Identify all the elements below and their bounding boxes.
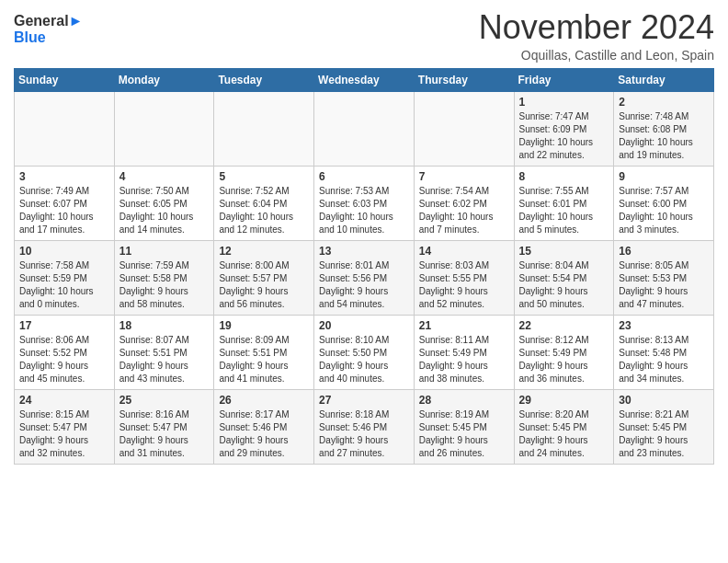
- day-info: Sunrise: 8:21 AM Sunset: 5:45 PM Dayligh…: [619, 408, 709, 460]
- header-sunday: Sunday: [15, 68, 115, 91]
- location-subtitle: Oquillas, Castille and Leon, Spain: [479, 48, 714, 63]
- calendar-week-row: 3Sunrise: 7:49 AM Sunset: 6:07 PM Daylig…: [15, 166, 714, 240]
- calendar-cell: [214, 91, 314, 166]
- day-info: Sunrise: 7:50 AM Sunset: 6:05 PM Dayligh…: [119, 185, 210, 236]
- calendar-cell: 26Sunrise: 8:17 AM Sunset: 5:46 PM Dayli…: [214, 389, 314, 464]
- day-number: 29: [519, 394, 609, 407]
- day-number: 4: [119, 170, 210, 183]
- calendar-cell: 11Sunrise: 7:59 AM Sunset: 5:58 PM Dayli…: [114, 240, 214, 315]
- day-number: 17: [19, 319, 109, 332]
- logo: General► Blue: [14, 13, 83, 45]
- day-number: 1: [519, 96, 609, 109]
- day-info: Sunrise: 8:16 AM Sunset: 5:47 PM Dayligh…: [119, 408, 210, 460]
- calendar-page: General► Blue November 2024 Oquillas, Ca…: [0, 0, 728, 478]
- day-info: Sunrise: 8:13 AM Sunset: 5:48 PM Dayligh…: [619, 334, 709, 385]
- calendar-cell: 20Sunrise: 8:10 AM Sunset: 5:50 PM Dayli…: [314, 315, 415, 389]
- day-number: 15: [519, 245, 609, 258]
- day-number: 16: [619, 245, 709, 258]
- day-info: Sunrise: 8:07 AM Sunset: 5:51 PM Dayligh…: [119, 334, 210, 385]
- calendar-table: Sunday Monday Tuesday Wednesday Thursday…: [14, 68, 714, 465]
- calendar-cell: 23Sunrise: 8:13 AM Sunset: 5:48 PM Dayli…: [614, 315, 714, 389]
- day-number: 25: [119, 394, 210, 407]
- calendar-cell: [414, 91, 514, 166]
- calendar-cell: 18Sunrise: 8:07 AM Sunset: 5:51 PM Dayli…: [114, 315, 214, 389]
- header-tuesday: Tuesday: [214, 68, 314, 91]
- day-info: Sunrise: 7:52 AM Sunset: 6:04 PM Dayligh…: [219, 185, 309, 236]
- calendar-cell: 21Sunrise: 8:11 AM Sunset: 5:49 PM Dayli…: [414, 315, 514, 389]
- header-thursday: Thursday: [414, 68, 514, 91]
- calendar-cell: 8Sunrise: 7:55 AM Sunset: 6:01 PM Daylig…: [514, 166, 614, 240]
- day-info: Sunrise: 7:55 AM Sunset: 6:01 PM Dayligh…: [519, 185, 609, 236]
- day-info: Sunrise: 8:01 AM Sunset: 5:56 PM Dayligh…: [319, 259, 409, 311]
- day-info: Sunrise: 8:10 AM Sunset: 5:50 PM Dayligh…: [319, 334, 409, 385]
- day-info: Sunrise: 8:19 AM Sunset: 5:45 PM Dayligh…: [419, 408, 509, 460]
- calendar-cell: 3Sunrise: 7:49 AM Sunset: 6:07 PM Daylig…: [15, 166, 115, 240]
- calendar-cell: 13Sunrise: 8:01 AM Sunset: 5:56 PM Dayli…: [314, 240, 415, 315]
- day-info: Sunrise: 7:58 AM Sunset: 5:59 PM Dayligh…: [19, 259, 109, 311]
- calendar-cell: 4Sunrise: 7:50 AM Sunset: 6:05 PM Daylig…: [114, 166, 214, 240]
- calendar-week-row: 24Sunrise: 8:15 AM Sunset: 5:47 PM Dayli…: [15, 389, 714, 464]
- day-number: 26: [219, 394, 309, 407]
- day-number: 27: [319, 394, 409, 407]
- day-number: 28: [419, 394, 509, 407]
- day-info: Sunrise: 7:54 AM Sunset: 6:02 PM Dayligh…: [419, 185, 509, 236]
- day-number: 13: [319, 245, 409, 258]
- calendar-cell: 9Sunrise: 7:57 AM Sunset: 6:00 PM Daylig…: [614, 166, 714, 240]
- calendar-cell: 6Sunrise: 7:53 AM Sunset: 6:03 PM Daylig…: [314, 166, 415, 240]
- day-info: Sunrise: 8:00 AM Sunset: 5:57 PM Dayligh…: [219, 259, 309, 311]
- header: General► Blue November 2024 Oquillas, Ca…: [14, 9, 714, 63]
- day-info: Sunrise: 7:47 AM Sunset: 6:09 PM Dayligh…: [519, 110, 609, 162]
- day-number: 21: [419, 319, 509, 332]
- day-info: Sunrise: 7:59 AM Sunset: 5:58 PM Dayligh…: [119, 259, 210, 311]
- day-info: Sunrise: 8:18 AM Sunset: 5:46 PM Dayligh…: [319, 408, 409, 460]
- day-number: 7: [419, 170, 509, 183]
- calendar-cell: 14Sunrise: 8:03 AM Sunset: 5:55 PM Dayli…: [414, 240, 514, 315]
- day-number: 10: [19, 245, 109, 258]
- calendar-cell: [314, 91, 415, 166]
- day-number: 6: [319, 170, 409, 183]
- calendar-cell: 7Sunrise: 7:54 AM Sunset: 6:02 PM Daylig…: [414, 166, 514, 240]
- calendar-cell: 5Sunrise: 7:52 AM Sunset: 6:04 PM Daylig…: [214, 166, 314, 240]
- day-number: 11: [119, 245, 210, 258]
- calendar-cell: 29Sunrise: 8:20 AM Sunset: 5:45 PM Dayli…: [514, 389, 614, 464]
- calendar-cell: 19Sunrise: 8:09 AM Sunset: 5:51 PM Dayli…: [214, 315, 314, 389]
- header-saturday: Saturday: [614, 68, 714, 91]
- day-number: 24: [19, 394, 109, 407]
- calendar-week-row: 17Sunrise: 8:06 AM Sunset: 5:52 PM Dayli…: [15, 315, 714, 389]
- day-number: 9: [619, 170, 709, 183]
- day-info: Sunrise: 8:15 AM Sunset: 5:47 PM Dayligh…: [19, 408, 109, 460]
- day-info: Sunrise: 8:04 AM Sunset: 5:54 PM Dayligh…: [519, 259, 609, 311]
- calendar-week-row: 1Sunrise: 7:47 AM Sunset: 6:09 PM Daylig…: [15, 91, 714, 166]
- day-number: 20: [319, 319, 409, 332]
- logo-line1: General►: [14, 13, 83, 29]
- calendar-cell: [15, 91, 115, 166]
- day-number: 23: [619, 319, 709, 332]
- day-number: 18: [119, 319, 210, 332]
- calendar-cell: 25Sunrise: 8:16 AM Sunset: 5:47 PM Dayli…: [114, 389, 214, 464]
- day-info: Sunrise: 8:06 AM Sunset: 5:52 PM Dayligh…: [19, 334, 109, 385]
- calendar-cell: 28Sunrise: 8:19 AM Sunset: 5:45 PM Dayli…: [414, 389, 514, 464]
- logo-line2: Blue: [14, 29, 83, 46]
- calendar-week-row: 10Sunrise: 7:58 AM Sunset: 5:59 PM Dayli…: [15, 240, 714, 315]
- calendar-cell: 15Sunrise: 8:04 AM Sunset: 5:54 PM Dayli…: [514, 240, 614, 315]
- header-friday: Friday: [514, 68, 614, 91]
- calendar-cell: 17Sunrise: 8:06 AM Sunset: 5:52 PM Dayli…: [15, 315, 115, 389]
- day-number: 12: [219, 245, 309, 258]
- calendar-cell: 2Sunrise: 7:48 AM Sunset: 6:08 PM Daylig…: [614, 91, 714, 166]
- day-header-row: Sunday Monday Tuesday Wednesday Thursday…: [15, 68, 714, 91]
- day-info: Sunrise: 8:11 AM Sunset: 5:49 PM Dayligh…: [419, 334, 509, 385]
- calendar-cell: 30Sunrise: 8:21 AM Sunset: 5:45 PM Dayli…: [614, 389, 714, 464]
- day-info: Sunrise: 7:49 AM Sunset: 6:07 PM Dayligh…: [19, 185, 109, 236]
- calendar-cell: 12Sunrise: 8:00 AM Sunset: 5:57 PM Dayli…: [214, 240, 314, 315]
- calendar-cell: 22Sunrise: 8:12 AM Sunset: 5:49 PM Dayli…: [514, 315, 614, 389]
- day-info: Sunrise: 8:12 AM Sunset: 5:49 PM Dayligh…: [519, 334, 609, 385]
- calendar-cell: 16Sunrise: 8:05 AM Sunset: 5:53 PM Dayli…: [614, 240, 714, 315]
- day-info: Sunrise: 7:48 AM Sunset: 6:08 PM Dayligh…: [619, 110, 709, 162]
- day-number: 22: [519, 319, 609, 332]
- calendar-cell: 10Sunrise: 7:58 AM Sunset: 5:59 PM Dayli…: [15, 240, 115, 315]
- day-number: 2: [619, 96, 709, 109]
- day-info: Sunrise: 8:05 AM Sunset: 5:53 PM Dayligh…: [619, 259, 709, 311]
- day-info: Sunrise: 8:17 AM Sunset: 5:46 PM Dayligh…: [219, 408, 309, 460]
- day-info: Sunrise: 8:20 AM Sunset: 5:45 PM Dayligh…: [519, 408, 609, 460]
- calendar-cell: 1Sunrise: 7:47 AM Sunset: 6:09 PM Daylig…: [514, 91, 614, 166]
